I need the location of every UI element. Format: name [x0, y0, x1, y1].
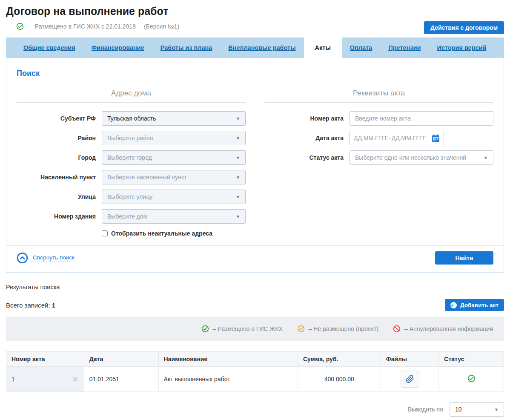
act-group-title: Реквизиты акта: [264, 89, 493, 98]
act-date-label: Дата акта: [264, 135, 344, 141]
attachments-button[interactable]: [401, 371, 419, 388]
plus-icon: +: [450, 302, 457, 308]
act-group-divider: [264, 102, 493, 103]
chevron-down-icon: ▼: [236, 155, 240, 160]
building-number-label: Номер здания: [17, 213, 96, 220]
act-status-select[interactable]: Выберите одно или несколько значений ▼: [350, 150, 493, 165]
act-date-range-field: -: [350, 131, 444, 145]
contract-actions-button[interactable]: Действия с договором: [424, 21, 504, 34]
status-placed-icon: [467, 374, 476, 383]
address-group-divider: [17, 102, 246, 103]
acts-table: Номер акта Дата Наименование Сумма, руб.…: [6, 351, 504, 392]
act-name-cell: Акт выполненных работ: [158, 367, 298, 392]
find-button[interactable]: Найти: [435, 251, 493, 265]
total-records: Всего записей: 1: [6, 302, 55, 309]
tab-financing[interactable]: Финансирование: [83, 37, 152, 58]
tab-claims[interactable]: Претензии: [380, 37, 429, 58]
search-heading: Поиск: [17, 69, 493, 78]
chevron-down-icon: ▼: [494, 407, 499, 412]
act-amount-cell: 400 000.00: [298, 367, 381, 392]
page-header: Договор на выполнение работ Действия с д…: [6, 5, 504, 30]
version-text: (Версия №1): [144, 23, 179, 30]
act-status-label: Статус акта: [264, 154, 344, 161]
settlement-label: Населенный пункт: [17, 174, 96, 181]
legend-item-placed: – Размещено в ГИС ЖКХ: [201, 325, 283, 333]
collapse-search-link[interactable]: Свернуть поиск: [17, 252, 74, 264]
status-text: Размещено в ГИС ЖКХ с 22.01.2018: [35, 23, 136, 30]
paperclip-icon: [406, 375, 414, 383]
column-name: Наименование: [158, 352, 298, 367]
status-legend: – Размещено в ГИС ЖКХ – Не размещено (пр…: [6, 316, 504, 341]
check-circle-yellow-icon: [297, 325, 305, 333]
status-dash: –: [28, 23, 31, 30]
street-label: Улица: [17, 193, 96, 200]
district-label: Район: [17, 135, 96, 141]
tab-payment[interactable]: Оплата: [342, 37, 380, 58]
ban-circle-red-icon: [393, 325, 401, 333]
show-inactive-addresses-checkbox[interactable]: [102, 230, 108, 236]
building-number-select[interactable]: Выберите дом ▼: [102, 209, 246, 224]
contract-tabs: Общие сведения Финансирование Работы из …: [6, 37, 504, 58]
column-act-number: Номер акта: [6, 352, 84, 367]
show-inactive-addresses-label[interactable]: Отобразить неактуальные адреса: [111, 230, 212, 237]
legend-item-draft: – Не размещено (проект): [297, 325, 378, 333]
chevron-down-icon: ▼: [236, 195, 240, 199]
tab-general-info[interactable]: Общие сведения: [15, 37, 83, 58]
settlement-select[interactable]: Выберите населенный пункт ▼: [102, 170, 246, 184]
act-date-cell: 01.01.2051: [84, 367, 158, 392]
column-files: Файлы: [381, 352, 439, 367]
tab-version-history[interactable]: История версий: [429, 37, 494, 58]
act-number-link[interactable]: 1: [11, 376, 15, 383]
act-date-from-input[interactable]: [354, 135, 388, 141]
chevron-down-icon: ▼: [236, 214, 240, 219]
tab-plan-works[interactable]: Работы из плана: [152, 37, 221, 58]
add-act-button[interactable]: + Добавить акт: [445, 299, 504, 311]
page-title: Договор на выполнение работ: [6, 5, 504, 17]
double-chevron-down-icon[interactable]: [72, 376, 79, 383]
street-select[interactable]: Выберите улицу ▼: [102, 190, 246, 204]
city-label: Город: [17, 154, 96, 161]
district-select[interactable]: Выберите район ▼: [102, 131, 246, 145]
column-date: Дата: [84, 352, 158, 367]
per-page-label: Выводить по: [408, 406, 443, 413]
city-select[interactable]: Выберите город ▼: [102, 150, 246, 165]
per-page-select[interactable]: 10 ▼: [450, 402, 504, 417]
subject-rf-select[interactable]: Тульская область ▼: [102, 111, 246, 126]
total-records-value: 1: [52, 302, 55, 309]
subject-rf-label: Субъект РФ: [17, 115, 96, 122]
status-placed-icon: [16, 23, 24, 30]
address-group: Адрес дома Субъект РФ Тульская область ▼…: [17, 82, 246, 239]
legend-item-annulled: – Аннулированная информация: [393, 325, 493, 333]
tab-acts[interactable]: Акты: [304, 37, 342, 58]
act-date-to-input[interactable]: [392, 135, 426, 141]
results-heading: Результаты поиска: [6, 284, 504, 291]
chevron-down-icon: ▼: [236, 116, 240, 121]
act-details-group: Реквизиты акта Номер акта Дата акта -: [264, 82, 493, 239]
address-group-title: Адрес дома: [17, 89, 246, 98]
chevron-down-icon: ▼: [236, 175, 240, 180]
tab-unplanned-works[interactable]: Внеплановые работы: [220, 37, 304, 58]
chevron-down-icon: ▼: [236, 136, 240, 141]
chevron-down-icon: ▼: [484, 155, 488, 160]
chevron-up-circle-icon: [17, 252, 28, 264]
column-status: Статус: [439, 352, 504, 367]
column-amount: Сумма, руб.: [298, 352, 381, 367]
table-header-row: Номер акта Дата Наименование Сумма, руб.…: [6, 352, 504, 367]
contract-page: Договор на выполнение работ Действия с д…: [0, 0, 510, 420]
table-row: 1 01.01.2051 Акт выполненных работ 400 0…: [6, 367, 504, 392]
check-circle-green-icon: [201, 325, 209, 333]
search-panel: Поиск Адрес дома Субъект РФ Тульская обл…: [6, 58, 504, 273]
calendar-icon[interactable]: [432, 134, 440, 142]
date-range-separator: -: [389, 135, 391, 141]
act-number-input[interactable]: [350, 111, 493, 126]
act-number-label: Номер акта: [264, 115, 344, 122]
